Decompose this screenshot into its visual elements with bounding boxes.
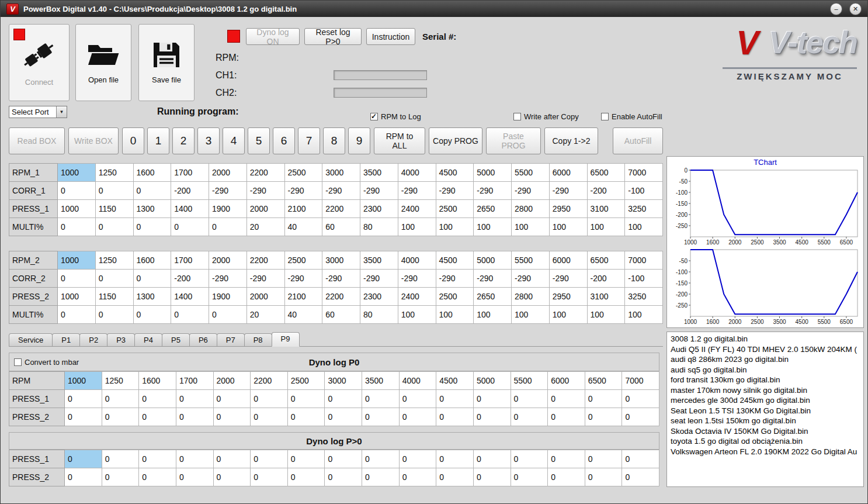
cell-PRESS_1-4[interactable]: 1900: [209, 200, 247, 218]
file-list-item[interactable]: Volkswagen Arteon FL 2.0 190KM 2022 Go D…: [671, 447, 860, 457]
cell-CORR_1-14[interactable]: -200: [587, 182, 625, 200]
cell-PRESS_2-7[interactable]: 0: [325, 408, 362, 426]
cell-PRESS_1-1[interactable]: 0: [102, 390, 139, 408]
cell-PRESS_1-1[interactable]: 0: [102, 450, 139, 468]
cell-PRESS_1-7[interactable]: 0: [325, 450, 362, 468]
cell-RPM-14[interactable]: 6500: [585, 372, 622, 390]
tab-p2[interactable]: P2: [79, 333, 107, 346]
cell-PRESS_1-2[interactable]: 0: [139, 390, 176, 408]
cell-MULTI%-5[interactable]: 20: [246, 218, 284, 236]
cell-RPM-11[interactable]: 5000: [473, 372, 511, 390]
read-box-button[interactable]: Read BOX: [9, 127, 65, 154]
cell-CORR_2-9[interactable]: -290: [398, 270, 436, 288]
cell-PRESS_1-0[interactable]: 1000: [58, 200, 96, 218]
cell-RPM_2-1[interactable]: 1250: [95, 251, 133, 270]
cell-PRESS_2-4[interactable]: 0: [213, 408, 251, 426]
cell-MULTI%-6[interactable]: 40: [284, 218, 322, 236]
cell-RPM_1-4[interactable]: 2000: [209, 164, 247, 182]
cell-PRESS_2-10[interactable]: 0: [436, 468, 474, 486]
cell-CORR_1-12[interactable]: -290: [512, 182, 550, 200]
cell-PRESS_2-15[interactable]: 3250: [625, 288, 663, 306]
cell-PRESS_1-3[interactable]: 1400: [171, 200, 209, 218]
cell-PRESS_2-8[interactable]: 0: [362, 408, 400, 426]
cell-PRESS_1-13[interactable]: 0: [548, 390, 585, 408]
cell-RPM_2-0[interactable]: 1000: [58, 251, 96, 270]
cell-CORR_2-4[interactable]: -290: [209, 270, 247, 288]
tab-p5[interactable]: P5: [162, 333, 190, 346]
tab-p8[interactable]: P8: [244, 333, 272, 346]
cell-RPM_1-5[interactable]: 2200: [246, 164, 284, 182]
cell-PRESS_2-7[interactable]: 0: [325, 468, 362, 486]
program-button-8[interactable]: 8: [323, 127, 345, 154]
cell-MULTI%-4[interactable]: 0: [209, 218, 247, 236]
cell-PRESS_1-11[interactable]: 0: [473, 390, 511, 408]
cell-PRESS_2-14[interactable]: 0: [585, 408, 622, 426]
cell-RPM-15[interactable]: 7000: [622, 372, 659, 390]
dyno-log-on-button[interactable]: Dyno log ON: [246, 28, 300, 45]
cell-CORR_1-8[interactable]: -290: [360, 182, 398, 200]
program-button-3[interactable]: 3: [197, 127, 220, 154]
cell-PRESS_2-6[interactable]: 2100: [284, 288, 322, 306]
cell-PRESS_1-6[interactable]: 0: [287, 390, 325, 408]
cell-PRESS_2-7[interactable]: 2200: [322, 288, 360, 306]
cell-RPM_2-6[interactable]: 2500: [284, 251, 322, 270]
cell-CORR_1-9[interactable]: -290: [398, 182, 436, 200]
cell-CORR_2-13[interactable]: -290: [549, 270, 587, 288]
cell-PRESS_1-15[interactable]: 0: [622, 390, 659, 408]
cell-RPM_1-6[interactable]: 2500: [284, 164, 322, 182]
cell-RPM-7[interactable]: 3000: [325, 372, 362, 390]
cell-MULTI%-3[interactable]: 0: [171, 218, 209, 236]
cell-RPM_2-2[interactable]: 1600: [133, 251, 171, 270]
cell-RPM_2-11[interactable]: 5000: [474, 251, 512, 270]
cell-MULTI%-10[interactable]: 100: [436, 218, 474, 236]
cell-PRESS_2-12[interactable]: 0: [511, 408, 548, 426]
cell-RPM-3[interactable]: 1700: [176, 372, 213, 390]
cell-PRESS_2-11[interactable]: 0: [473, 408, 511, 426]
save-file-button[interactable]: Save file: [138, 24, 195, 101]
cell-PRESS_1-15[interactable]: 0: [622, 450, 659, 468]
cell-MULTI%-0[interactable]: 0: [58, 218, 96, 236]
cell-PRESS_2-9[interactable]: 0: [399, 468, 436, 486]
cell-RPM_1-15[interactable]: 7000: [625, 164, 663, 182]
cell-CORR_2-2[interactable]: 0: [133, 270, 171, 288]
cell-MULTI%-14[interactable]: 100: [587, 306, 625, 324]
cell-MULTI%-10[interactable]: 100: [436, 306, 474, 324]
minimize-button[interactable]: –: [830, 3, 842, 15]
cell-RPM-5[interactable]: 2200: [251, 372, 288, 390]
cell-RPM-0[interactable]: 1000: [65, 372, 102, 390]
cell-PRESS_1-8[interactable]: 2300: [360, 200, 398, 218]
cell-CORR_2-5[interactable]: -290: [246, 270, 284, 288]
cell-RPM-8[interactable]: 3500: [362, 372, 400, 390]
cell-PRESS_1-6[interactable]: 0: [287, 450, 325, 468]
cell-PRESS_2-3[interactable]: 0: [176, 468, 213, 486]
cell-MULTI%-9[interactable]: 100: [398, 306, 436, 324]
cell-RPM_1-1[interactable]: 1250: [95, 164, 133, 182]
cell-PRESS_2-15[interactable]: 0: [622, 408, 659, 426]
cell-PRESS_2-9[interactable]: 2400: [398, 288, 436, 306]
cell-PRESS_2-2[interactable]: 1300: [133, 288, 171, 306]
cell-RPM-13[interactable]: 6000: [548, 372, 585, 390]
chevron-down-icon[interactable]: ▼: [56, 106, 67, 118]
cell-CORR_2-10[interactable]: -290: [436, 270, 474, 288]
cell-MULTI%-1[interactable]: 0: [95, 306, 133, 324]
cell-PRESS_2-0[interactable]: 0: [65, 468, 102, 486]
cell-PRESS_2-3[interactable]: 0: [176, 408, 213, 426]
cell-PRESS_1-3[interactable]: 0: [176, 450, 213, 468]
cell-CORR_2-14[interactable]: -200: [587, 270, 625, 288]
cell-RPM_1-13[interactable]: 6000: [549, 164, 587, 182]
enable-autofill-checkbox[interactable]: Enable AutoFill: [601, 112, 662, 121]
cell-RPM_2-8[interactable]: 3500: [360, 251, 398, 270]
cell-RPM_1-9[interactable]: 4000: [398, 164, 436, 182]
cell-PRESS_2-14[interactable]: 0: [585, 468, 622, 486]
cell-MULTI%-0[interactable]: 0: [58, 306, 96, 324]
cell-RPM_1-3[interactable]: 1700: [171, 164, 209, 182]
file-list-item[interactable]: master 170km nowy silnik go digital.bin: [671, 385, 860, 396]
cell-PRESS_1-7[interactable]: 0: [325, 390, 362, 408]
cell-RPM_2-7[interactable]: 3000: [322, 251, 360, 270]
write-after-copy-checkbox[interactable]: Write after Copy: [513, 112, 579, 121]
rpm-to-all-button[interactable]: RPM to ALL: [374, 127, 425, 154]
cell-PRESS_2-3[interactable]: 1400: [171, 288, 209, 306]
cell-PRESS_2-10[interactable]: 0: [436, 408, 474, 426]
cell-MULTI%-13[interactable]: 100: [549, 306, 587, 324]
cell-RPM_2-12[interactable]: 5500: [512, 251, 550, 270]
